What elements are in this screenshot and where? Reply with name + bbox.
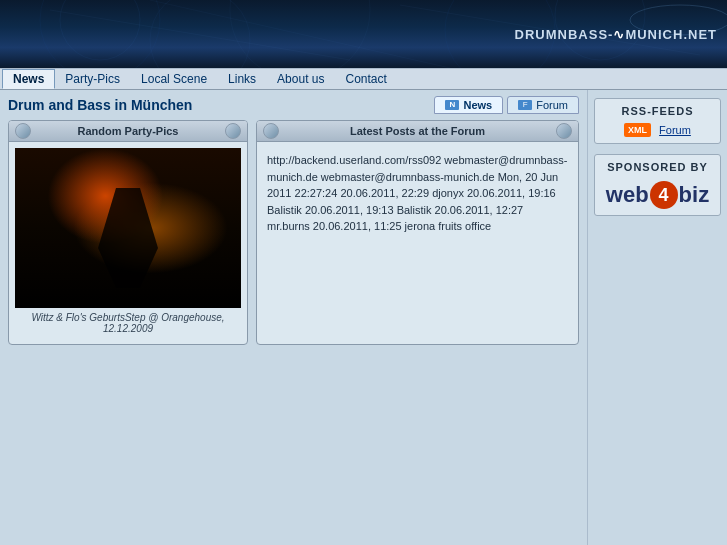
main-wrapper: Drum and Bass in München N News F Forum … — [0, 90, 727, 545]
forum-panel: Latest Posts at the Forum http://backend… — [256, 120, 579, 345]
party-caption: Wittz & Flo's GeburtsStep @ Orangehouse,… — [15, 308, 241, 338]
rss-section: RSS-FEEDS XML Forum — [594, 98, 721, 144]
forum-panel-body: http://backend.userland.com/rss092 webma… — [257, 142, 578, 329]
tab-news-label: News — [463, 99, 492, 111]
svg-point-0 — [60, 0, 140, 60]
sponsor-4-circle: 4 — [650, 181, 678, 209]
nav-item-contact[interactable]: Contact — [335, 69, 397, 89]
sponsor-logo[interactable]: web4biz — [601, 181, 714, 209]
party-panel-body: Wittz & Flo's GeburtsStep @ Orangehouse,… — [9, 142, 247, 344]
rss-forum-link[interactable]: Forum — [659, 124, 691, 136]
site-logo: DRUMNBASS-∿MUNICH.NET — [515, 27, 717, 42]
party-pics-panel: Random Party-Pics Wittz & Flo's GeburtsS… — [8, 120, 248, 345]
party-image[interactable] — [15, 148, 241, 308]
page-title-row: Drum and Bass in München N News F Forum — [8, 96, 579, 114]
dj-photo — [15, 148, 241, 308]
page-tabs: N News F Forum — [434, 96, 579, 114]
sponsor-title: SPONSORED BY — [601, 161, 714, 173]
nav-item-about[interactable]: About us — [267, 69, 335, 89]
content-area: Drum and Bass in München N News F Forum … — [0, 90, 587, 545]
svg-point-2 — [150, 0, 250, 68]
rss-badge: XML — [624, 123, 651, 137]
sponsor-biz-text: biz — [679, 182, 710, 208]
nav-item-local-scene[interactable]: Local Scene — [131, 69, 218, 89]
sponsor-section: SPONSORED BY web4biz — [594, 154, 721, 216]
tab-forum[interactable]: F Forum — [507, 96, 579, 114]
tab-news[interactable]: N News — [434, 96, 503, 114]
panels-row: Random Party-Pics Wittz & Flo's GeburtsS… — [8, 120, 579, 345]
sidebar: RSS-FEEDS XML Forum SPONSORED BY web4biz — [587, 90, 727, 545]
page-title: Drum and Bass in München — [8, 97, 192, 113]
tab-forum-label: Forum — [536, 99, 568, 111]
navbar: News Party-Pics Local Scene Links About … — [0, 68, 727, 90]
rss-title: RSS-FEEDS — [601, 105, 714, 117]
rss-row: XML Forum — [601, 123, 714, 137]
party-panel-header: Random Party-Pics — [9, 121, 247, 142]
nav-item-links[interactable]: Links — [218, 69, 267, 89]
news-tab-icon: N — [445, 100, 459, 110]
svg-point-1 — [40, 0, 160, 68]
nav-item-party-pics[interactable]: Party-Pics — [55, 69, 131, 89]
site-header: DRUMNBASS-∿MUNICH.NET — [0, 0, 727, 68]
nav-item-news[interactable]: News — [2, 69, 55, 89]
forum-text[interactable]: http://backend.userland.com/rss092 webma… — [263, 148, 572, 323]
sponsor-web-text: web — [606, 182, 649, 208]
forum-panel-header: Latest Posts at the Forum — [257, 121, 578, 142]
forum-tab-icon: F — [518, 100, 532, 110]
